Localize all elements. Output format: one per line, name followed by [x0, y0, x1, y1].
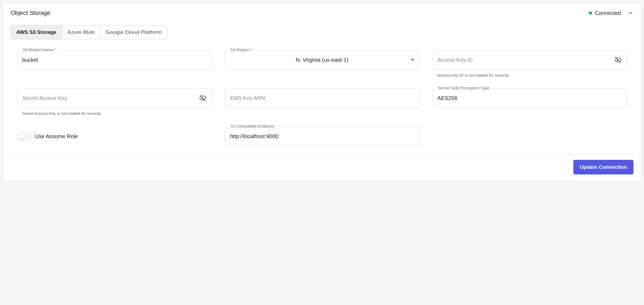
sse-type-input[interactable]: [437, 95, 622, 101]
caret-down-icon: [411, 59, 414, 61]
access-key-field: Access Key ID is not loaded for security: [432, 50, 627, 77]
visibility-off-icon[interactable]: [614, 56, 622, 64]
s3-bucket-box: S3 Bucket Name *: [17, 50, 212, 70]
update-connection-button[interactable]: Update Connection: [573, 160, 633, 174]
s3-region-select[interactable]: S3 Region * N. Virginia (us-east-1): [225, 50, 419, 70]
s3-bucket-label: S3 Bucket Name *: [21, 48, 58, 52]
secret-key-field: Secret Access Key is not loaded for secu…: [17, 88, 212, 116]
kms-key-box: [225, 88, 419, 108]
access-key-helper: Access Key ID is not loaded for security: [432, 73, 627, 77]
form-grid: S3 Bucket Name * S3 Region * N. Virginia…: [11, 50, 633, 146]
storage-provider-tabs: AWS S3 Storage Azure Blob Google Cloud P…: [11, 25, 167, 39]
access-key-box: [432, 50, 627, 70]
s3-bucket-field: S3 Bucket Name *: [17, 50, 212, 77]
tab-aws-s3[interactable]: AWS S3 Storage: [11, 25, 62, 39]
tab-azure-blob[interactable]: Azure Blob: [62, 25, 100, 39]
kms-key-input[interactable]: [230, 95, 414, 101]
s3-region-field: S3 Region * N. Virginia (us-east-1): [225, 50, 419, 77]
sse-type-label: Server Side Encryption Type: [436, 86, 491, 90]
visibility-off-icon[interactable]: [199, 94, 207, 102]
endpoint-field: S3 Compatible Endpoint: [225, 126, 419, 146]
card-footer: Update Connection: [11, 160, 633, 174]
secret-key-input[interactable]: [22, 95, 199, 101]
connection-status: Connected: [589, 10, 621, 16]
toggle-knob: [18, 133, 24, 139]
chevron-up-icon[interactable]: [627, 10, 633, 16]
header-right: Connected: [589, 10, 633, 16]
assume-role-field: Use Assume Role: [17, 126, 212, 146]
sse-type-box: Server Side Encryption Type: [432, 88, 627, 108]
secret-key-helper: Secret Access Key is not loaded for secu…: [17, 111, 212, 116]
tab-gcp[interactable]: Google Cloud Platform: [100, 25, 167, 39]
assume-role-toggle[interactable]: [17, 132, 31, 140]
endpoint-box: S3 Compatible Endpoint: [225, 126, 419, 146]
s3-region-label: S3 Region *: [229, 48, 254, 52]
endpoint-label: S3 Compatible Endpoint: [229, 124, 276, 128]
card-header: Object Storage Connected: [11, 9, 633, 17]
section-title: Object Storage: [11, 9, 50, 17]
status-label: Connected: [595, 10, 621, 16]
access-key-input[interactable]: [437, 57, 614, 63]
kms-key-field: [225, 88, 419, 116]
object-storage-card: Object Storage Connected AWS S3 Storage …: [3, 3, 641, 181]
assume-role-label: Use Assume Role: [35, 133, 78, 139]
status-dot-icon: [589, 11, 592, 15]
secret-key-box: [17, 88, 212, 108]
endpoint-input[interactable]: [230, 133, 414, 139]
divider: [11, 154, 633, 154]
s3-region-value: N. Virginia (us-east-1): [230, 57, 414, 63]
s3-bucket-input[interactable]: [22, 57, 207, 63]
sse-type-field: Server Side Encryption Type: [432, 88, 627, 116]
assume-role-row: Use Assume Role: [17, 126, 212, 146]
